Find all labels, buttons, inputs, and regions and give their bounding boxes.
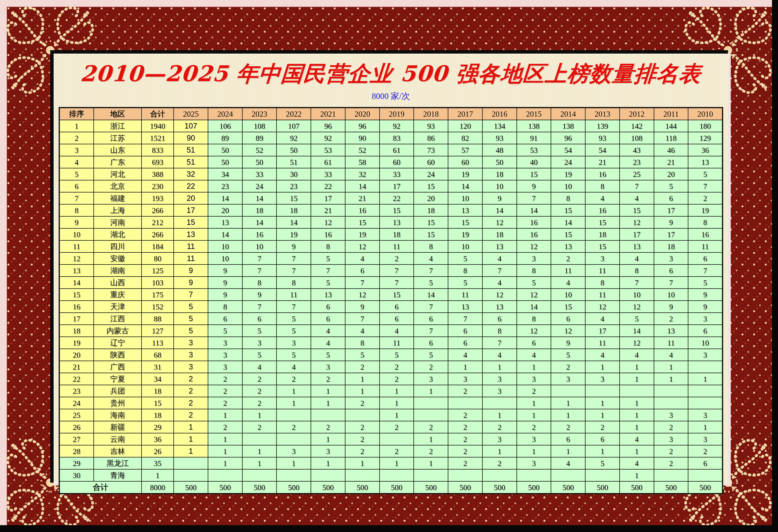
cell-year-value: 18 bbox=[654, 241, 688, 253]
year-total: 500 bbox=[517, 481, 551, 494]
cell-region: 陕西 bbox=[94, 349, 142, 361]
cell-year-value bbox=[654, 385, 688, 397]
cell-year-value: 7 bbox=[482, 265, 517, 277]
cell-year-value: 8 bbox=[448, 265, 482, 277]
cell-year-value bbox=[586, 469, 620, 481]
cell-region: 山东 bbox=[94, 144, 142, 156]
cell-year-value: 13 bbox=[482, 301, 517, 313]
cell-year-value: 2 bbox=[586, 421, 620, 433]
cell-year-value: 1 bbox=[414, 385, 448, 397]
cell-year-value: 2 bbox=[242, 373, 277, 385]
cell-year-value: 14 bbox=[345, 180, 379, 192]
cell-year-value bbox=[654, 397, 688, 409]
cell-year-value: 3 bbox=[242, 337, 277, 349]
cell-year-value: 2 bbox=[379, 361, 414, 373]
cell-year-value: 4 bbox=[482, 277, 517, 289]
cell-year-value: 1 bbox=[654, 361, 688, 373]
cell-year-value: 1 bbox=[620, 397, 654, 409]
cell-total: 113 bbox=[142, 337, 174, 349]
cell-year-value: 10 bbox=[551, 289, 586, 301]
cell-region: 宁夏 bbox=[94, 373, 142, 385]
cell-year-value: 5 bbox=[242, 349, 277, 361]
column-header: 2015 bbox=[517, 108, 551, 120]
cell-year-value: 18 bbox=[414, 204, 448, 216]
table-row: 28吉林261113322221111122 bbox=[59, 445, 722, 457]
cell-year-value: 33 bbox=[311, 168, 345, 180]
cell-year-value: 4 bbox=[586, 192, 620, 204]
cell-year-value: 22 bbox=[311, 180, 345, 192]
cell-year-value: 106 bbox=[208, 120, 242, 132]
cell-year-value: 12 bbox=[620, 301, 654, 313]
year-total: 500 bbox=[688, 481, 722, 494]
cell-year-value: 1 bbox=[517, 397, 551, 409]
cell-year-value: 4 bbox=[551, 277, 586, 289]
cell-year-value: 9 bbox=[654, 216, 688, 229]
cell-year-value: 15 bbox=[586, 241, 620, 253]
cell-year-value: 13 bbox=[208, 216, 242, 229]
cell-year-value: 16 bbox=[517, 216, 551, 229]
cell-year-value: 2 bbox=[414, 361, 448, 373]
cell-total: 127 bbox=[142, 325, 174, 337]
cell-year-value: 1 bbox=[414, 457, 448, 469]
cell-year-value: 2 bbox=[448, 445, 482, 457]
cell-year-value: 4 bbox=[654, 349, 688, 361]
cell-year-value: 11 bbox=[688, 241, 722, 253]
cell-year-value: 6 bbox=[688, 457, 722, 469]
cell-year-value: 1 bbox=[517, 409, 551, 421]
cell-year-value: 6 bbox=[448, 325, 482, 337]
cell-year-value: 7 bbox=[414, 265, 448, 277]
cell-year-value: 11 bbox=[586, 265, 620, 277]
cell-year-value: 107 bbox=[174, 120, 208, 132]
cell-rank: 25 bbox=[59, 409, 94, 421]
cell-year-value: 3 bbox=[174, 361, 208, 373]
cell-rank: 8 bbox=[59, 204, 94, 216]
cell-year-value: 16 bbox=[517, 229, 551, 241]
cell-year-value: 18 bbox=[277, 204, 311, 216]
page-title: 2010—2025 年中国民营企业 500 强各地区上榜数量排名表 bbox=[53, 60, 729, 87]
cell-year-value: 91 bbox=[517, 132, 551, 144]
cell-total: 1940 bbox=[142, 120, 174, 132]
cell-year-value: 13 bbox=[482, 241, 517, 253]
cell-rank: 11 bbox=[59, 241, 94, 253]
cell-year-value: 2 bbox=[242, 385, 277, 397]
cell-year-value: 3 bbox=[586, 253, 620, 265]
cell-region: 云南 bbox=[94, 433, 142, 445]
cell-year-value: 7 bbox=[174, 289, 208, 301]
cell-year-value: 30 bbox=[277, 168, 311, 180]
cell-year-value: 1 bbox=[174, 433, 208, 445]
framed-document-page: { "title": "2010—2025 年中国民营企业 500 强各地区上榜… bbox=[0, 0, 778, 532]
cell-year-value: 11 bbox=[586, 289, 620, 301]
cell-total: 266 bbox=[142, 229, 174, 241]
cell-year-value: 1 bbox=[242, 409, 277, 421]
cell-year-value: 1 bbox=[379, 409, 414, 421]
cell-year-value: 12 bbox=[586, 301, 620, 313]
cell-year-value: 1 bbox=[551, 445, 586, 457]
year-total: 500 bbox=[414, 481, 448, 494]
column-header: 地区 bbox=[94, 108, 142, 120]
table-row: 27云南361112123366433 bbox=[59, 433, 722, 445]
table-row: 6北京230222324232214171514109108757 bbox=[59, 180, 722, 192]
cell-year-value: 1 bbox=[208, 409, 242, 421]
column-header: 2014 bbox=[551, 108, 586, 120]
cell-year-value: 3 bbox=[414, 373, 448, 385]
year-total: 500 bbox=[482, 481, 517, 494]
cell-year-value: 33 bbox=[242, 168, 277, 180]
cell-year-value: 60 bbox=[448, 156, 482, 168]
column-header: 排序 bbox=[59, 108, 94, 120]
cell-rank: 24 bbox=[59, 397, 94, 409]
cell-rank: 21 bbox=[59, 361, 94, 373]
cell-year-value: 51 bbox=[174, 144, 208, 156]
cell-year-value: 36 bbox=[688, 144, 722, 156]
cell-year-value: 7 bbox=[654, 277, 688, 289]
cell-year-value: 1 bbox=[620, 469, 654, 481]
cell-year-value: 20 bbox=[208, 204, 242, 216]
cell-year-value: 8 bbox=[517, 313, 551, 325]
cell-year-value: 2 bbox=[311, 373, 345, 385]
cell-year-value: 2 bbox=[482, 421, 517, 433]
cell-region: 广东 bbox=[94, 156, 142, 168]
cell-year-value: 10 bbox=[242, 241, 277, 253]
cell-year-value: 6 bbox=[688, 325, 722, 337]
cell-year-value: 4 bbox=[586, 313, 620, 325]
cell-total: 693 bbox=[142, 156, 174, 168]
cell-year-value: 2 bbox=[174, 397, 208, 409]
